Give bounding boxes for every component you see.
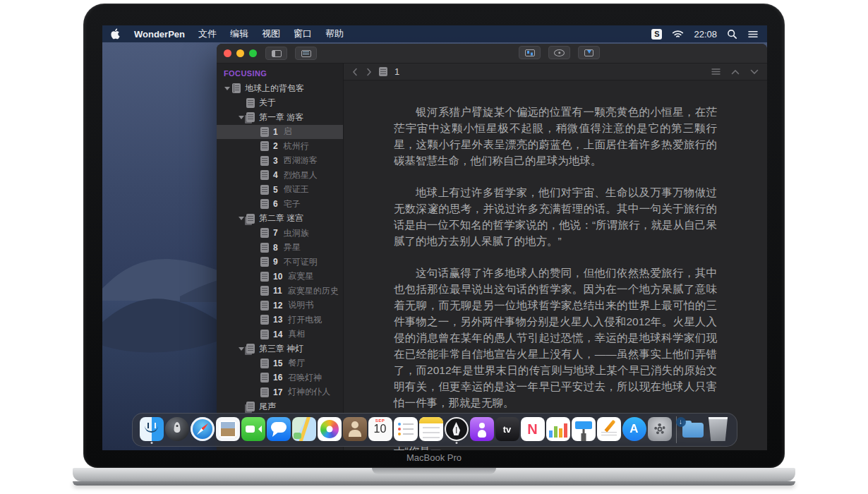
zoom-button[interactable] bbox=[249, 49, 257, 57]
item-number: 11 bbox=[273, 286, 282, 296]
doc-icon bbox=[260, 272, 269, 282]
macbook-screen-bezel: WonderPen 文件 编辑 视图 窗口 帮助 S 22:08 bbox=[83, 4, 785, 468]
sidebar-item-7[interactable]: 7虫洞族 bbox=[217, 226, 343, 241]
proxy-status-icon[interactable]: S bbox=[651, 29, 662, 40]
search-icon[interactable] bbox=[727, 29, 737, 40]
stack-icon bbox=[246, 402, 255, 411]
notification-list-icon[interactable] bbox=[747, 30, 759, 39]
sidebar-item-1[interactable]: 1启 bbox=[217, 125, 343, 140]
dock-icon-facetime[interactable] bbox=[241, 415, 266, 445]
dock-icon-maps[interactable] bbox=[291, 415, 317, 445]
sidebar-item[interactable]: 第二章 迷宫 bbox=[217, 212, 343, 227]
dock-icon-settings[interactable] bbox=[647, 415, 673, 445]
menubar-app-name[interactable]: WonderPen bbox=[134, 29, 185, 40]
close-button[interactable] bbox=[224, 49, 231, 57]
item-label: 假证王 bbox=[284, 183, 309, 195]
sidebar-item-2[interactable]: 2杭州行 bbox=[217, 139, 343, 154]
sidebar-item-13[interactable]: 13打开电视 bbox=[217, 313, 343, 327]
toggle-outline-button[interactable] bbox=[295, 47, 317, 60]
snippets-button[interactable] bbox=[519, 46, 541, 59]
dock-icon-safari[interactable] bbox=[190, 415, 215, 445]
sidebar-item-10[interactable]: 10寂寞星 bbox=[217, 270, 343, 284]
sidebar-item-11[interactable]: 11寂寞星的历史 bbox=[217, 284, 343, 299]
sidebar-item[interactable]: 地球上的背包客 bbox=[217, 81, 343, 96]
menu-file[interactable]: 文件 bbox=[198, 28, 217, 40]
prev-document-icon[interactable] bbox=[731, 69, 740, 75]
disclosure-triangle-icon[interactable] bbox=[236, 113, 246, 122]
dock-icon-photos[interactable] bbox=[317, 415, 342, 445]
launchpad-app-icon bbox=[165, 417, 189, 441]
doc-icon bbox=[260, 127, 269, 137]
dock-icon-contacts[interactable] bbox=[342, 415, 368, 445]
item-number: 9 bbox=[273, 257, 278, 267]
disclosure-triangle-icon[interactable] bbox=[236, 344, 246, 354]
export-button[interactable] bbox=[578, 46, 600, 59]
focus-mode-button[interactable] bbox=[548, 46, 570, 59]
sidebar-item-3[interactable]: 3西湖游客 bbox=[217, 154, 343, 169]
sidebar-item-8[interactable]: 8异星 bbox=[217, 241, 343, 255]
dock-icon-pages[interactable] bbox=[596, 415, 622, 445]
sidebar-item-9[interactable]: 9不可证明 bbox=[217, 255, 343, 270]
sidebar-item-6[interactable]: 6宅子 bbox=[217, 197, 343, 212]
sidebar-header: FOCUSING bbox=[217, 64, 343, 81]
dock-icon-calendar[interactable]: SEP10 bbox=[368, 415, 393, 445]
next-document-icon[interactable] bbox=[750, 69, 759, 75]
menu-window[interactable]: 窗口 bbox=[294, 28, 312, 40]
editor-text[interactable]: 银河系猎户臂旋某个偏远的位置有一颗亮黄色的小恒星，在茫茫宇宙中这颗小恒星极不起眼… bbox=[344, 80, 767, 450]
settings-app-icon bbox=[648, 417, 672, 441]
document-icon bbox=[379, 67, 387, 76]
dock-icon-notes[interactable] bbox=[418, 415, 444, 445]
sidebar-item-15[interactable]: 15餐厅 bbox=[217, 356, 343, 371]
dock-icon-finder[interactable] bbox=[139, 415, 164, 445]
item-number: 1 bbox=[273, 127, 278, 137]
sidebar-item-4[interactable]: 4烈焰星人 bbox=[217, 168, 343, 183]
item-label: 第二章 迷宫 bbox=[259, 212, 303, 224]
forward-chevron-icon[interactable] bbox=[366, 68, 372, 76]
sidebar-item[interactable]: 第一章 游客 bbox=[217, 110, 343, 125]
sidebar-item-12[interactable]: 12说明书 bbox=[217, 299, 343, 313]
editor-list-icon[interactable] bbox=[711, 68, 721, 76]
toggle-sidebar-button[interactable] bbox=[265, 47, 287, 60]
dock-icon-reminders[interactable] bbox=[393, 415, 418, 445]
sidebar-item-5[interactable]: 5假证王 bbox=[217, 183, 343, 198]
dock-icon-appstore[interactable]: A bbox=[622, 415, 647, 445]
dock-icon-downloads[interactable]: ↓ bbox=[680, 415, 706, 445]
keynote-app-icon bbox=[572, 417, 596, 441]
dock: SEP10tvNA↓ bbox=[132, 413, 737, 447]
disclosure-triangle-icon[interactable] bbox=[236, 214, 246, 223]
dock-icon-trash[interactable] bbox=[706, 415, 731, 445]
sidebar-tree: 地球上的背包客关于第一章 游客1启2杭州行3西湖游客4烈焰星人5假证王6宅子第二… bbox=[217, 81, 343, 414]
sidebar-item[interactable]: 关于 bbox=[217, 96, 343, 111]
dock-icon-numbers[interactable] bbox=[545, 415, 571, 445]
item-label: 寂寞星的历史 bbox=[288, 285, 339, 297]
disclosure-triangle-icon[interactable] bbox=[222, 84, 232, 93]
dock-icon-launchpad[interactable] bbox=[164, 415, 190, 445]
item-label: 打开电视 bbox=[288, 314, 322, 326]
dock-icon-news[interactable]: N bbox=[520, 415, 545, 445]
dock-icon-mail[interactable] bbox=[215, 415, 241, 445]
back-chevron-icon[interactable] bbox=[352, 68, 358, 76]
menu-view[interactable]: 视图 bbox=[262, 28, 280, 40]
sidebar-item-16[interactable]: 16召唤灯神 bbox=[217, 370, 343, 385]
sidebar-item-14[interactable]: 14真相 bbox=[217, 327, 343, 342]
menubar-clock[interactable]: 22:08 bbox=[694, 29, 717, 40]
dock-icon-podcasts[interactable] bbox=[469, 415, 495, 445]
sidebar-item[interactable]: 尾声 bbox=[217, 399, 343, 414]
podcasts-app-icon bbox=[470, 417, 494, 441]
apple-menu-icon[interactable] bbox=[111, 28, 121, 40]
dock-icon-tv[interactable]: tv bbox=[495, 415, 520, 445]
item-label: 灯神的仆人 bbox=[288, 386, 330, 398]
item-label: 宅子 bbox=[284, 198, 301, 210]
sidebar-item[interactable]: 第三章 神灯 bbox=[217, 342, 343, 356]
wifi-icon[interactable] bbox=[672, 30, 684, 39]
menu-help[interactable]: 帮助 bbox=[325, 28, 344, 40]
sidebar-item-17[interactable]: 17灯神的仆人 bbox=[217, 385, 343, 400]
dock-icon-wonderpen[interactable] bbox=[444, 415, 469, 445]
dock-icon-keynote[interactable] bbox=[571, 415, 596, 445]
item-number: 8 bbox=[273, 243, 278, 253]
item-label: 第三章 神灯 bbox=[259, 343, 303, 355]
menu-edit[interactable]: 编辑 bbox=[230, 28, 248, 40]
doc-icon bbox=[260, 170, 269, 180]
minimize-button[interactable] bbox=[236, 49, 244, 57]
dock-icon-messages[interactable] bbox=[266, 415, 291, 445]
